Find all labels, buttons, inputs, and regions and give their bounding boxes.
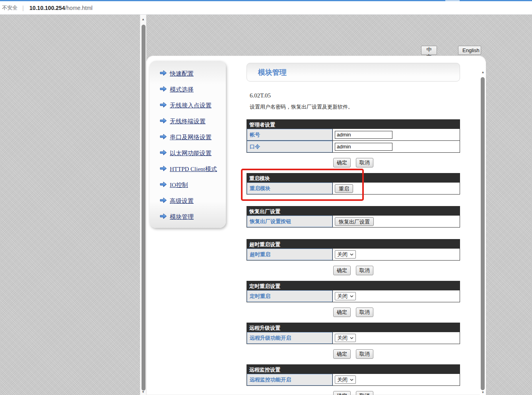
row-value-cell: 恢复出厂设置 <box>333 216 460 227</box>
chevron-down-icon <box>350 337 353 339</box>
row-label: 远程升级功能开启 <box>247 332 333 344</box>
sidebar-item-label[interactable]: 快速配置 <box>170 70 194 78</box>
dropdown-select[interactable]: 关闭 <box>335 250 356 259</box>
settings-section: 远程升级设置远程升级功能开启关闭 <box>247 323 460 344</box>
settings-table: 定时重启设置定时重启关闭 <box>247 281 460 302</box>
row-value-cell: 关闭 <box>333 374 460 385</box>
row-value-cell <box>333 141 460 152</box>
settings-table: 恢复出厂设置恢复出厂设置按钮恢复出厂设置 <box>247 206 460 228</box>
sidebar-item[interactable]: 快速配置 <box>150 66 226 82</box>
browser-address-bar[interactable]: 不安全 | 10.10.100.254/home.html <box>0 1 532 15</box>
dropdown-select[interactable]: 关闭 <box>335 292 356 300</box>
cancel-button[interactable]: 取消 <box>356 266 373 275</box>
table-row: 口令 <box>247 140 460 152</box>
dropdown-select[interactable]: 关闭 <box>335 334 356 342</box>
scroll-up-arrow-icon[interactable]: ▲ <box>480 71 486 74</box>
sidebar-item-label[interactable]: IO控制 <box>170 181 188 189</box>
sidebar-item-label[interactable]: 以太网功能设置 <box>170 150 212 157</box>
page-background: ▲ ▼ 中文 English 快速配置模式选择无线接入点设置无线终端设置串口及网… <box>0 15 532 395</box>
section-header: 管理者设置 <box>247 120 460 128</box>
row-value-cell: 重启 <box>333 183 460 194</box>
content-panel: 快速配置模式选择无线接入点设置无线终端设置串口及网络设置以太网功能设置HTTPD… <box>146 56 486 395</box>
section-actions: 确定取消 <box>247 158 460 167</box>
url-text[interactable]: 10.10.100.254/home.html <box>29 5 93 11</box>
section-header: 重启模块 <box>247 173 460 182</box>
dropdown-select[interactable]: 关闭 <box>335 376 356 384</box>
sidebar-item-label[interactable]: 模式选择 <box>170 86 194 93</box>
row-label: 重启模块 <box>247 183 333 194</box>
action-button[interactable]: 恢复出厂设置 <box>335 217 374 226</box>
cancel-button[interactable]: 取消 <box>356 349 373 359</box>
table-row: 远程升级功能开启关闭 <box>247 332 460 344</box>
dropdown-value: 关闭 <box>337 251 348 258</box>
sidebar-item[interactable]: 无线终端设置 <box>150 113 226 129</box>
cancel-button[interactable]: 取消 <box>356 307 373 317</box>
scroll-down-arrow-icon[interactable]: ▼ <box>480 391 486 394</box>
settings-section: 定时重启设置定时重启关闭 <box>247 281 460 302</box>
row-label: 恢复出厂设置按钮 <box>247 216 333 227</box>
scroll-up-arrow-icon[interactable]: ▲ <box>140 18 146 21</box>
section-header: 远程监控设置 <box>247 365 460 374</box>
section-header: 定时重启设置 <box>247 281 460 290</box>
table-row: 帐号 <box>247 128 460 140</box>
scroll-down-arrow-icon[interactable]: ▼ <box>140 391 146 394</box>
text-input[interactable] <box>335 131 392 139</box>
main-content: 模块管理 6.02T.05 设置用户名密码，恢复出厂设置及更新软件。 管理者设置… <box>247 56 460 395</box>
settings-section: 远程监控设置远程监控功能开启关闭 <box>247 364 460 386</box>
cancel-button[interactable]: 取消 <box>356 158 373 167</box>
chevron-down-icon <box>350 253 353 256</box>
sidebar-item-label[interactable]: 串口及网络设置 <box>170 134 212 141</box>
sidebar-menu: 快速配置模式选择无线接入点设置无线终端设置串口及网络设置以太网功能设置HTTPD… <box>150 61 226 228</box>
section-actions: 确定取消 <box>247 391 460 395</box>
ok-button[interactable]: 确定 <box>333 158 351 167</box>
left-frame-scrollbar[interactable]: ▲ ▼ <box>140 15 146 395</box>
sidebar-item[interactable]: 无线接入点设置 <box>150 97 226 113</box>
table-row: 恢复出厂设置按钮恢复出厂设置 <box>247 215 460 227</box>
section-actions: 确定取消 <box>247 307 460 317</box>
sidebar-item[interactable]: 串口及网络设置 <box>150 129 226 145</box>
arrow-icon <box>160 213 170 221</box>
sidebar-item[interactable]: 以太网功能设置 <box>150 145 226 161</box>
sidebar-item[interactable]: HTTPD Client模式 <box>150 161 226 177</box>
ok-button[interactable]: 确定 <box>333 266 351 275</box>
sidebar-item-label[interactable]: HTTPD Client模式 <box>170 165 217 173</box>
sidebar-item[interactable]: 高级设置 <box>150 193 226 209</box>
settings-section: 超时重启设置超时重启关闭 <box>247 239 460 261</box>
security-status-label: 不安全 <box>2 4 17 12</box>
content-scrollbar[interactable]: ▲ ▼ <box>480 62 486 395</box>
arrow-icon <box>160 118 170 125</box>
table-row: 远程监控功能开启关闭 <box>247 374 460 385</box>
arrow-icon <box>160 134 170 141</box>
arrow-icon <box>160 86 170 93</box>
dropdown-value: 关闭 <box>337 293 348 300</box>
content-scrollbar-thumb[interactable] <box>481 77 485 390</box>
ok-button[interactable]: 确定 <box>333 391 351 395</box>
settings-table: 管理者设置帐号口令 <box>247 119 460 153</box>
table-row: 超时重启关闭 <box>247 248 460 260</box>
action-button[interactable]: 重启 <box>335 184 353 193</box>
text-input[interactable] <box>335 143 392 151</box>
cancel-button[interactable]: 取消 <box>356 391 373 395</box>
sidebar-item[interactable]: IO控制 <box>150 177 226 193</box>
sidebar-item-label[interactable]: 模块管理 <box>170 213 194 221</box>
sidebar-item[interactable]: 模式选择 <box>150 82 226 97</box>
ok-button[interactable]: 确定 <box>333 349 351 359</box>
address-bar-divider: | <box>22 4 24 11</box>
lang-button-english[interactable]: English <box>458 46 481 55</box>
table-row: 定时重启关闭 <box>247 290 460 302</box>
sidebar-item-label[interactable]: 无线接入点设置 <box>170 102 212 109</box>
lang-button-chinese[interactable]: 中文 <box>421 46 437 55</box>
settings-section: 恢复出厂设置恢复出厂设置按钮恢复出厂设置 <box>247 206 460 228</box>
arrow-icon <box>160 102 170 109</box>
left-scrollbar-thumb[interactable] <box>142 25 146 391</box>
arrow-icon <box>160 181 170 189</box>
row-label: 超时重启 <box>247 249 333 260</box>
row-label: 帐号 <box>247 129 333 140</box>
url-path: /home.html <box>65 5 92 11</box>
sidebar-item-label[interactable]: 无线终端设置 <box>170 118 206 125</box>
sidebar-item-label[interactable]: 高级设置 <box>170 197 194 205</box>
ok-button[interactable]: 确定 <box>333 307 351 317</box>
section-header: 远程升级设置 <box>247 323 460 332</box>
sidebar-item[interactable]: 模块管理 <box>150 209 226 225</box>
settings-table: 超时重启设置超时重启关闭 <box>247 239 460 261</box>
